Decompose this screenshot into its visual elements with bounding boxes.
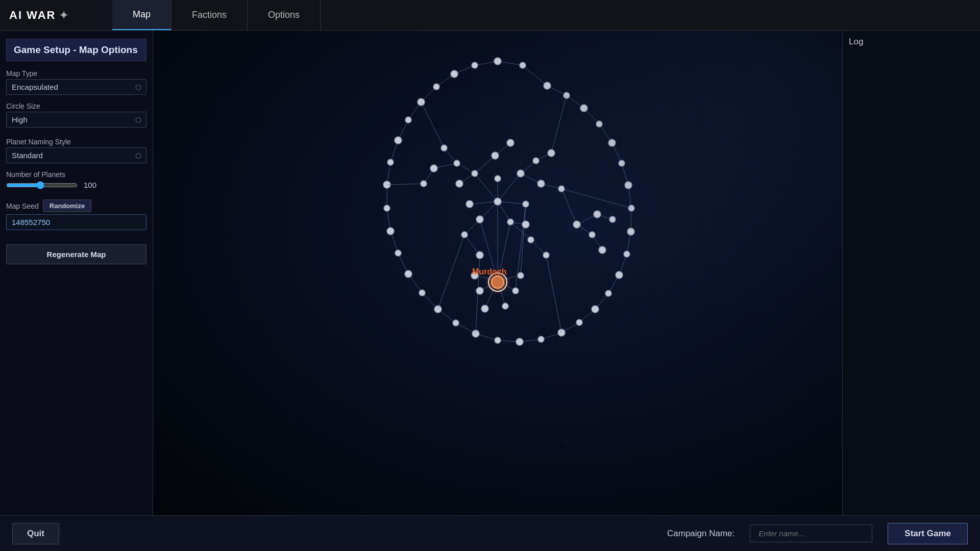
inner-planet[interactable] [492,152,499,159]
svg-line-43 [475,156,495,173]
outer-planet[interactable] [616,271,623,279]
inner-planet[interactable] [456,180,463,187]
app-title: AI WAR [9,9,56,22]
outer-planet[interactable] [576,319,582,325]
inner-planet[interactable] [573,221,580,228]
outer-planet[interactable] [405,270,412,278]
planets-group: Number of Planets 100 [6,170,146,189]
seed-input[interactable] [6,214,146,230]
outer-planet[interactable] [516,338,523,345]
outer-planet[interactable] [453,320,459,326]
inner-cluster [387,95,631,334]
inner-planet[interactable] [548,149,555,157]
seed-label: Map Seed [6,202,39,210]
map-type-select[interactable]: Encapsulated Spiral Grid Random Cluster [6,79,146,95]
circle-size-select[interactable]: Low Medium High [6,112,146,128]
outer-planet[interactable] [592,306,599,313]
quit-button[interactable]: Quit [12,523,59,544]
inner-planet[interactable] [476,287,483,294]
inner-planet[interactable] [543,252,549,258]
inner-planet[interactable] [502,303,508,309]
outer-planet[interactable] [596,121,602,127]
inner-planet[interactable] [430,165,437,172]
inner-planet[interactable] [512,288,519,294]
outer-planet[interactable] [624,251,630,257]
inner-planet[interactable] [476,252,483,259]
inner-planet[interactable] [594,211,601,218]
svg-line-61 [438,235,464,309]
outer-planet[interactable] [384,205,390,211]
campaign-name-input[interactable] [750,524,872,542]
planets-slider-row: 100 [6,181,146,189]
inner-planet[interactable] [466,201,473,208]
outer-planet[interactable] [544,82,551,89]
galaxy-map-svg: Murdoch [153,31,842,515]
inner-planet[interactable] [609,216,616,222]
tab-factions[interactable]: Factions [172,0,248,30]
campaign-label: Campaign Name: [667,529,734,539]
outer-planet[interactable] [472,62,478,68]
start-game-button[interactable]: Start Game [888,523,968,544]
outer-planet[interactable] [433,84,439,90]
outer-planet[interactable] [395,250,401,256]
inner-planet[interactable] [507,139,514,146]
outer-planet[interactable] [494,58,501,65]
outer-planet[interactable] [605,290,611,296]
outer-planet[interactable] [619,160,625,166]
tab-map[interactable]: Map [112,0,172,30]
svg-line-41 [470,202,498,204]
outer-planet[interactable] [520,62,526,68]
inner-planet[interactable] [441,145,447,151]
svg-line-42 [498,202,526,204]
naming-style-select[interactable]: Standard Sci-Fi Fantasy Random [6,147,146,163]
outer-planet[interactable] [387,159,394,165]
outer-planet[interactable] [419,290,425,296]
outer-planet[interactable] [395,137,402,144]
inner-planet[interactable] [558,186,565,192]
regenerate-map-button[interactable]: Regenerate Map [6,244,146,264]
outer-planet[interactable] [608,139,616,146]
outer-planet[interactable] [387,228,394,235]
seed-row: Map Seed Randomize [6,199,146,212]
home-planet-label: Murdoch [472,267,507,276]
inner-planet[interactable] [517,170,524,177]
inner-planet[interactable] [589,232,595,238]
outer-planet[interactable] [627,228,634,235]
log-title: Log [849,37,974,47]
home-planet[interactable] [492,276,504,288]
logo-icon: ✦ [59,8,69,22]
inner-planet[interactable] [518,272,524,279]
outer-planet[interactable] [538,336,544,342]
inner-planet[interactable] [461,232,468,238]
inner-planet[interactable] [523,201,529,207]
left-panel: Game Setup - Map Options Map Type Encaps… [0,31,153,515]
randomize-button[interactable]: Randomize [43,199,91,212]
svg-line-37 [498,173,521,202]
inner-planet[interactable] [537,180,545,187]
seed-group: Map Seed Randomize [6,196,146,230]
inner-planet[interactable] [599,246,606,254]
outer-planet[interactable] [625,182,632,189]
inner-planet[interactable] [533,158,539,164]
inner-planet[interactable] [507,219,513,225]
inner-planet[interactable] [495,176,501,182]
outer-planet[interactable] [580,105,587,112]
inner-planet[interactable] [481,305,488,312]
svg-line-34 [523,65,547,86]
inner-planet[interactable] [522,221,529,228]
outer-planet[interactable] [495,337,501,343]
planets-slider[interactable] [6,181,78,189]
inner-planet[interactable] [454,160,460,166]
outer-ring [383,58,634,345]
tab-options[interactable]: Options [248,0,321,30]
inner-planet[interactable] [476,216,483,223]
outer-planet[interactable] [405,117,411,123]
inner-planet[interactable] [528,237,534,243]
outer-planet[interactable] [451,70,458,78]
naming-style-group: Planet Naming Style Standard Sci-Fi Fant… [6,138,146,163]
inner-planet[interactable] [421,181,427,187]
nav-tabs: Map Factions Options [112,0,321,30]
inner-planet[interactable] [472,170,478,177]
planets-count: 100 [84,181,96,189]
inner-planet[interactable] [494,198,501,205]
